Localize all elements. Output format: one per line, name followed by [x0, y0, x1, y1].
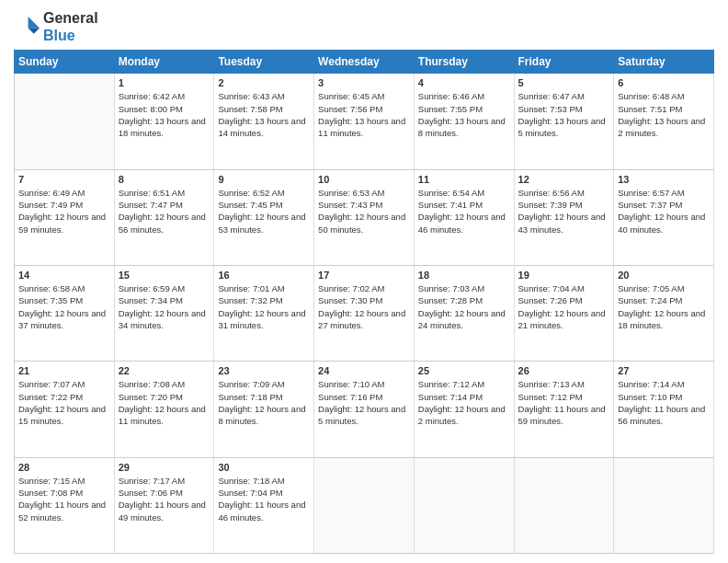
day-number: 11: [418, 174, 510, 185]
weekday-header: Thursday: [414, 51, 514, 74]
calendar-cell: 14 Sunrise: 6:58 AM Sunset: 7:35 PM Dayl…: [15, 266, 115, 362]
sunrise-text: Sunrise: 6:54 AM: [418, 187, 510, 199]
day-number: 24: [318, 365, 410, 376]
sunrise-text: Sunrise: 6:46 AM: [418, 90, 510, 102]
sunset-text: Sunset: 7:49 PM: [18, 199, 110, 211]
calendar-cell: [15, 74, 115, 169]
sunrise-text: Sunrise: 6:47 AM: [518, 90, 610, 102]
daylight-text: Daylight: 12 hours and 8 minutes.: [218, 403, 310, 428]
day-info: Sunrise: 7:05 AM Sunset: 7:24 PM Dayligh…: [618, 282, 710, 331]
day-number: 28: [18, 462, 110, 473]
day-info: Sunrise: 7:03 AM Sunset: 7:28 PM Dayligh…: [418, 282, 510, 331]
sunset-text: Sunset: 7:14 PM: [418, 391, 510, 403]
calendar-cell: 28 Sunrise: 7:15 AM Sunset: 7:08 PM Dayl…: [15, 457, 115, 553]
weekday-header: Wednesday: [314, 51, 415, 74]
sunrise-text: Sunrise: 6:56 AM: [518, 187, 610, 199]
day-info: Sunrise: 7:17 AM Sunset: 7:06 PM Dayligh…: [119, 475, 210, 523]
day-info: Sunrise: 7:15 AM Sunset: 7:08 PM Dayligh…: [18, 475, 110, 523]
day-number: 26: [518, 365, 610, 376]
day-info: Sunrise: 6:45 AM Sunset: 7:56 PM Dayligh…: [318, 90, 410, 139]
sunrise-text: Sunrise: 7:05 AM: [618, 282, 710, 294]
day-info: Sunrise: 6:48 AM Sunset: 7:51 PM Dayligh…: [618, 90, 710, 139]
sunrise-text: Sunrise: 7:04 AM: [518, 282, 610, 294]
day-number: 5: [518, 77, 610, 88]
calendar-cell: [414, 457, 514, 553]
sunset-text: Sunset: 7:47 PM: [119, 199, 210, 211]
weekday-header: Monday: [114, 51, 214, 74]
day-number: 22: [119, 365, 210, 376]
day-number: 16: [218, 270, 310, 281]
daylight-text: Daylight: 13 hours and 2 minutes.: [618, 115, 710, 140]
svg-marker-0: [28, 17, 40, 28]
sunrise-text: Sunrise: 6:57 AM: [618, 187, 710, 199]
calendar-cell: 27 Sunrise: 7:14 AM Sunset: 7:10 PM Dayl…: [614, 362, 714, 457]
day-info: Sunrise: 7:07 AM Sunset: 7:22 PM Dayligh…: [18, 378, 110, 427]
sunrise-text: Sunrise: 6:42 AM: [119, 90, 210, 102]
sunset-text: Sunset: 7:55 PM: [418, 103, 510, 115]
calendar-week-row: 28 Sunrise: 7:15 AM Sunset: 7:08 PM Dayl…: [15, 457, 714, 553]
calendar-cell: 15 Sunrise: 6:59 AM Sunset: 7:34 PM Dayl…: [114, 266, 214, 362]
day-number: 14: [18, 270, 110, 281]
day-number: 10: [318, 174, 410, 185]
daylight-text: Daylight: 12 hours and 5 minutes.: [318, 403, 410, 428]
day-info: Sunrise: 6:52 AM Sunset: 7:45 PM Dayligh…: [218, 187, 310, 236]
daylight-text: Daylight: 12 hours and 2 minutes.: [418, 403, 510, 428]
sunset-text: Sunset: 7:32 PM: [218, 294, 310, 306]
day-number: 21: [18, 365, 110, 376]
calendar-cell: 26 Sunrise: 7:13 AM Sunset: 7:12 PM Dayl…: [514, 362, 614, 457]
day-number: 1: [119, 77, 210, 88]
calendar-cell: 24 Sunrise: 7:10 AM Sunset: 7:16 PM Dayl…: [314, 362, 415, 457]
sunset-text: Sunset: 7:37 PM: [618, 199, 710, 211]
sunset-text: Sunset: 7:08 PM: [18, 487, 110, 499]
day-info: Sunrise: 7:02 AM Sunset: 7:30 PM Dayligh…: [318, 282, 410, 331]
day-info: Sunrise: 7:01 AM Sunset: 7:32 PM Dayligh…: [218, 282, 310, 331]
sunset-text: Sunset: 7:51 PM: [618, 103, 710, 115]
day-info: Sunrise: 6:47 AM Sunset: 7:53 PM Dayligh…: [518, 90, 610, 139]
sunrise-text: Sunrise: 7:02 AM: [318, 282, 410, 294]
daylight-text: Daylight: 12 hours and 27 minutes.: [318, 307, 410, 332]
sunrise-text: Sunrise: 7:10 AM: [318, 378, 410, 390]
calendar-cell: 12 Sunrise: 6:56 AM Sunset: 7:39 PM Dayl…: [514, 169, 614, 265]
daylight-text: Daylight: 13 hours and 14 minutes.: [218, 115, 310, 140]
calendar-cell: 7 Sunrise: 6:49 AM Sunset: 7:49 PM Dayli…: [15, 169, 115, 265]
daylight-text: Daylight: 11 hours and 49 minutes.: [119, 499, 210, 523]
sunset-text: Sunset: 7:10 PM: [618, 391, 710, 403]
daylight-text: Daylight: 12 hours and 46 minutes.: [418, 211, 510, 236]
daylight-text: Daylight: 12 hours and 21 minutes.: [518, 307, 610, 332]
day-info: Sunrise: 7:18 AM Sunset: 7:04 PM Dayligh…: [218, 475, 310, 523]
day-number: 7: [18, 174, 110, 185]
sunset-text: Sunset: 7:06 PM: [119, 487, 210, 499]
sunset-text: Sunset: 7:20 PM: [119, 391, 210, 403]
day-number: 27: [618, 365, 710, 376]
daylight-text: Daylight: 13 hours and 8 minutes.: [418, 115, 510, 140]
day-number: 23: [218, 365, 310, 376]
day-info: Sunrise: 7:12 AM Sunset: 7:14 PM Dayligh…: [418, 378, 510, 427]
calendar-cell: [314, 457, 415, 553]
sunset-text: Sunset: 7:22 PM: [18, 391, 110, 403]
calendar-cell: 25 Sunrise: 7:12 AM Sunset: 7:14 PM Dayl…: [414, 362, 514, 457]
sunrise-text: Sunrise: 6:49 AM: [18, 187, 110, 199]
logo-icon: [14, 14, 40, 40]
weekday-header-row: SundayMondayTuesdayWednesdayThursdayFrid…: [15, 51, 714, 74]
calendar-cell: 9 Sunrise: 6:52 AM Sunset: 7:45 PM Dayli…: [214, 169, 314, 265]
calendar-cell: 17 Sunrise: 7:02 AM Sunset: 7:30 PM Dayl…: [314, 266, 415, 362]
sunrise-text: Sunrise: 7:03 AM: [418, 282, 510, 294]
calendar-cell: 18 Sunrise: 7:03 AM Sunset: 7:28 PM Dayl…: [414, 266, 514, 362]
calendar-week-row: 1 Sunrise: 6:42 AM Sunset: 8:00 PM Dayli…: [15, 74, 714, 169]
day-info: Sunrise: 6:57 AM Sunset: 7:37 PM Dayligh…: [618, 187, 710, 236]
day-info: Sunrise: 6:58 AM Sunset: 7:35 PM Dayligh…: [18, 282, 110, 331]
sunrise-text: Sunrise: 7:18 AM: [218, 475, 310, 487]
day-info: Sunrise: 6:51 AM Sunset: 7:47 PM Dayligh…: [119, 187, 210, 236]
sunrise-text: Sunrise: 7:08 AM: [119, 378, 210, 390]
sunset-text: Sunset: 7:30 PM: [318, 294, 410, 306]
daylight-text: Daylight: 11 hours and 59 minutes.: [518, 403, 610, 428]
day-number: 6: [618, 77, 710, 88]
daylight-text: Daylight: 13 hours and 5 minutes.: [518, 115, 610, 140]
sunset-text: Sunset: 8:00 PM: [119, 103, 210, 115]
daylight-text: Daylight: 13 hours and 18 minutes.: [119, 115, 210, 140]
sunrise-text: Sunrise: 7:12 AM: [418, 378, 510, 390]
day-info: Sunrise: 7:13 AM Sunset: 7:12 PM Dayligh…: [518, 378, 610, 427]
day-info: Sunrise: 6:59 AM Sunset: 7:34 PM Dayligh…: [119, 282, 210, 331]
daylight-text: Daylight: 13 hours and 11 minutes.: [318, 115, 410, 140]
sunset-text: Sunset: 7:58 PM: [218, 103, 310, 115]
